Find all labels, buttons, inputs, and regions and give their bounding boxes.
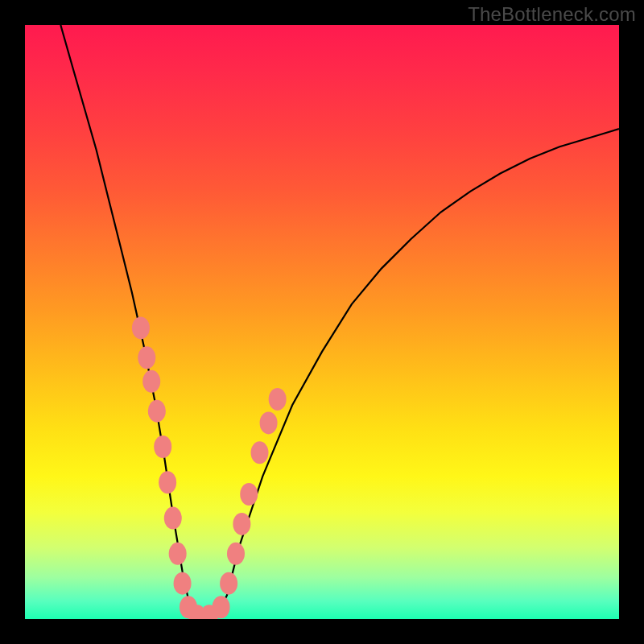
gradient-background (25, 25, 619, 619)
plot-area (25, 25, 619, 619)
watermark-text: TheBottleneck.com (468, 3, 636, 26)
